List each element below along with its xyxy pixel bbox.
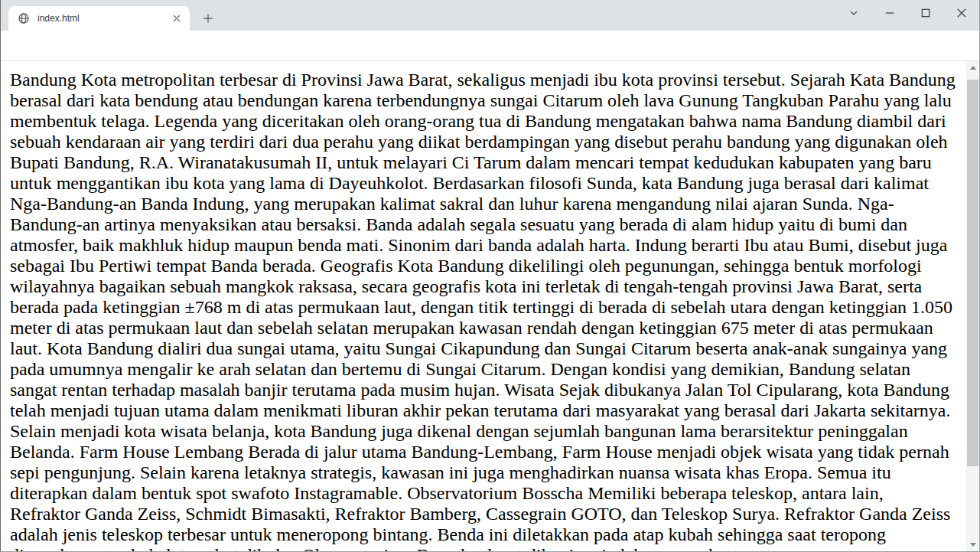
scrollbar-thumb[interactable] xyxy=(967,80,978,466)
tab-search-button[interactable] xyxy=(835,0,871,26)
maximize-button[interactable] xyxy=(907,0,943,26)
browser-window: index.html xyxy=(0,0,980,552)
new-tab-button[interactable] xyxy=(198,8,218,28)
scroll-down-arrow-icon[interactable] xyxy=(966,538,979,551)
window-controls xyxy=(835,0,979,31)
close-window-button[interactable] xyxy=(943,0,979,26)
browser-tab[interactable]: index.html xyxy=(8,6,190,31)
toolbar: File C:/WebDasar/index.html xyxy=(1,31,979,61)
tab-title: index.html xyxy=(37,13,170,24)
page-viewport: Bandung Kota metropolitan terbesar di Pr… xyxy=(1,61,966,551)
globe-icon xyxy=(18,12,30,24)
vertical-scrollbar[interactable] xyxy=(966,61,979,551)
tab-close-icon[interactable] xyxy=(170,11,184,25)
page-body-text: Bandung Kota metropolitan terbesar di Pr… xyxy=(1,61,966,551)
title-bar: index.html xyxy=(1,0,979,31)
scroll-up-arrow-icon[interactable] xyxy=(966,61,979,74)
minimize-button[interactable] xyxy=(871,0,907,26)
